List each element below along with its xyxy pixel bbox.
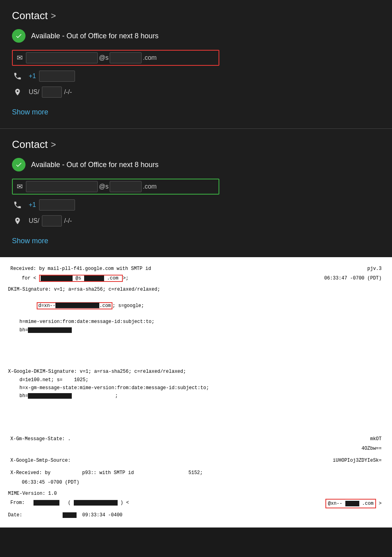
dkim-d-highlighted: d=xn--.com [37,302,112,309]
status-text-2: Available - Out of Office for next 8 hou… [31,161,159,169]
xreceived-label: X-Received: by [10,470,51,476]
section-chevron-1[interactable]: > [51,11,56,21]
date-header: Date: 09:33:34 -0400 [8,511,384,519]
xgoogle-line1: X-Google-DKIM-Signature: v=1; a=rsa-sha2… [8,368,384,376]
dkim-line3: h=mime-version:from:date:message-id:subj… [8,318,384,326]
received-id: pjv.3 [367,266,382,272]
email-input-group-1: @s .com [26,52,215,63]
email-prefix-input-1[interactable] [26,52,98,63]
blank-space-4 [8,418,384,434]
location-icon-1 [12,87,23,98]
location-prefix-1: US/ [29,89,39,96]
from-paren-close: ) < [120,500,129,506]
email-icon-1: ✉ [17,53,23,62]
location-suffix-2: /-/- [64,217,72,224]
location-prefix-2: US/ [29,217,39,224]
xgm-label: X-Gm-Message-State: . [10,436,71,442]
at-symbol-2: @s [98,183,110,190]
phone-country-code-2: +1 [29,201,36,209]
blank-space-1 [8,336,384,352]
raw-email-section: Received: by mail-pll-f41.google.com wit… [0,257,392,527]
xreceived-host: p93:: with SMTP id [82,470,134,476]
from-label: From: [10,500,25,506]
section-chevron-2[interactable]: > [51,140,56,150]
location-suffix-1: /-/- [64,89,72,96]
email-domain-input-2[interactable] [110,181,142,192]
for-email-highlighted: @s .com [39,275,123,282]
for-end: >; [123,276,128,281]
date-value: 09:33:34 -0400 [79,512,122,518]
xgoogle-bh-redacted [28,393,72,399]
for-email-domain-redacted [84,276,104,281]
location-contact-row-2: US/ /-/- [12,215,380,226]
phone-contact-row-1: +1 [12,71,380,82]
from-email-com: .com [362,501,374,506]
from-email-xn: @xn-- [328,501,342,506]
show-more-link-2[interactable]: Show more [12,237,48,245]
xreceived-id: 5152; [189,470,203,476]
dkim-line1: DKIM-Signature: v=1; a=rsa-sha256; c=rel… [8,285,384,293]
xgm-val1: mkOT [370,436,382,442]
status-text-1: Available - Out of Office for next 8 hou… [31,32,159,40]
for-at-text: @s [75,276,81,281]
contact-section-1: Contact > Available - Out of Office for … [0,0,392,128]
for-label: for < [22,276,36,281]
xreceived-ts: 06:33:45 -0700 (PDT) [22,480,79,485]
from-name-redacted [33,500,59,506]
phone-row-1: +1 [29,71,75,82]
from-display-name-redacted [74,500,118,506]
location-input-2[interactable] [42,215,62,226]
xgsmtp-label: X-Google-Smtp-Source: [10,458,71,463]
phone-icon-2 [12,199,23,211]
section-title-2: Contact > [12,138,380,151]
dot-com-1: .com [142,54,157,61]
section-title-1: Contact > [12,10,380,22]
email-contact-row-2: ✉ @s .com [12,179,380,195]
dkim-d-redacted [55,303,99,308]
for-email-prefix-redacted [41,276,73,281]
section-title-text-2: Contact [12,138,48,151]
xgoogle-line2: d=1e100.net; s= 1025; [8,376,384,384]
location-row-2: US/ /-/- [29,215,72,226]
email-prefix-input-2[interactable] [26,181,98,192]
x-received: X-Received: by p93:: with SMTP id 5152; … [8,468,384,488]
status-row-2: Available - Out of Office for next 8 hou… [12,158,380,171]
location-icon-2 [12,215,23,226]
from-header: From: ( ) < @xn-- .com > [8,498,384,510]
section-title-text-1: Contact [12,10,48,22]
email-domain-input-1[interactable] [110,52,142,63]
show-more-link-1[interactable]: Show more [12,108,48,116]
location-input-1[interactable] [42,87,62,98]
email-contact-row-1: ✉ @s .com [12,50,380,66]
phone-number-input-1[interactable] [39,71,75,82]
blank-space-2 [8,352,384,368]
from-paren-open: ( [68,500,71,506]
dkim-signature: DKIM-Signature: v=1; a=rsa-sha256; c=rel… [8,285,384,334]
dkim-line2: d=xn--.com; s=google; [8,293,384,318]
phone-contact-row-2: +1 [12,199,380,211]
email-box-2[interactable]: ✉ @s .com [12,179,219,195]
from-angle-close: > [379,501,382,506]
phone-icon-1 [12,71,23,82]
xgm-val2: 4OZbw== [362,446,382,451]
x-google-smtp: X-Google-Smtp-Source: iUHOPIoj3ZDYIeSk= [8,455,384,466]
status-available-icon-2 [12,158,26,171]
xgm-message-state: X-Gm-Message-State: . mkOT 4OZbw== [8,434,384,454]
email-box-1[interactable]: ✉ @s .com [12,50,219,66]
received-timestamp: 06:33:47 -0700 (PDT) [324,276,382,281]
date-label: Date: [8,512,60,518]
received-header: Received: by mail-pll-f41.google.com wit… [8,264,384,284]
dkim-line4: bh= [8,326,384,334]
xgoogle-line4: bh= ; [8,392,384,400]
email-input-group-2: @s .com [26,181,215,192]
at-symbol-1: @s [98,54,110,61]
status-available-icon-1 [12,29,26,43]
xgoogle-line3: h=x-gm-message-state:mime-version:from:d… [8,384,384,392]
dkim-bh-redacted [28,327,72,333]
xgsmtp-val: iUHOPIoj3ZDYIeSk= [333,458,382,463]
date-day-redacted [63,512,77,518]
blank-space-3 [8,402,384,418]
phone-number-input-2[interactable] [39,199,75,211]
from-email-domain-redacted [345,501,359,506]
phone-country-code-1: +1 [29,73,36,80]
